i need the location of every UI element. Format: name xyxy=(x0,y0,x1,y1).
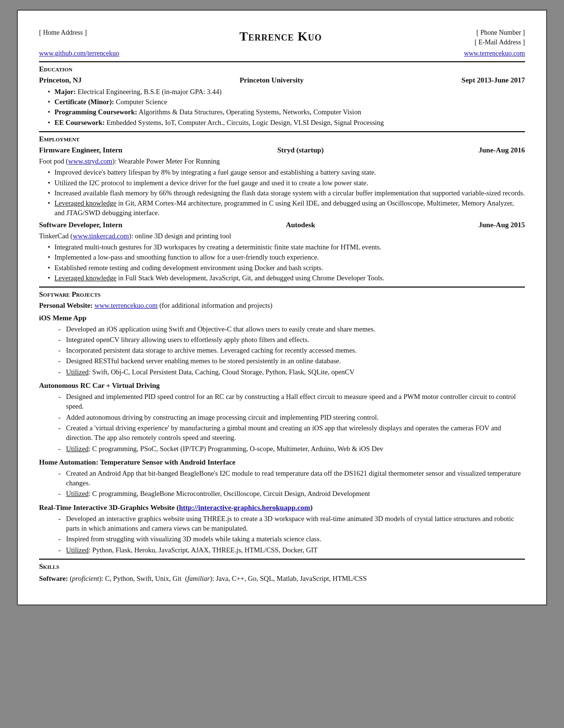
ios-bullet-2: Integrated openCV library allowing users… xyxy=(58,335,525,344)
website-link[interactable]: www.terrencekuo.com xyxy=(464,49,525,58)
project-3d-title: Real-Time Interactive 3D-Graphics Websit… xyxy=(39,503,525,513)
job-1: Firmware Engineer, Intern Stryd (startup… xyxy=(39,145,525,218)
header-center: Terrence Kuo xyxy=(87,28,474,45)
job-2-bullets: Integrated multi-touch gestures for 3D w… xyxy=(39,242,525,283)
project-rc-car: Autonomous RC Car + Virtual Driving Desi… xyxy=(39,381,525,453)
job-2-bullet-4: Leveraged knowledge in Full Stack Web de… xyxy=(48,273,525,283)
rc-bullet-3: Created a 'virtual driving experience' b… xyxy=(58,423,525,443)
3d-bullet-3: Utilized: Python, Flask, Heroku, JavaScr… xyxy=(58,545,525,555)
ios-bullet-1: Developed an iOS application using Swift… xyxy=(58,324,525,334)
skills-software: Software: (proficient): C, Python, Swift… xyxy=(39,574,525,583)
edu-bullet-3: Programming Coursework: Algorithms & Dat… xyxy=(48,107,525,117)
job-1-title: Firmware Engineer, Intern xyxy=(39,145,122,155)
edu-bullet-4: EE Coursework: Embedded Systems, IoT, Co… xyxy=(48,118,525,127)
projects-divider xyxy=(39,287,525,288)
skills-label: Skills xyxy=(39,562,525,572)
job-1-header: Firmware Engineer, Intern Stryd (startup… xyxy=(39,145,525,155)
edu-location: Princeton, NJ xyxy=(39,75,81,85)
projects-label: Software Projects xyxy=(39,289,525,300)
header-phone: [ Phone Number ] xyxy=(474,28,525,38)
header-address: [ Home Address ] xyxy=(39,28,87,38)
skills-divider xyxy=(39,559,525,560)
education-header-row: Princeton, NJ Princeton University Sept … xyxy=(39,75,525,85)
projects-section: Software Projects Personal Website: www.… xyxy=(39,287,525,555)
education-section: Education Princeton, NJ Princeton Univer… xyxy=(39,61,525,127)
job-2-bullet-3: Established remote testing and coding de… xyxy=(48,263,525,273)
job-1-dates: June-Aug 2016 xyxy=(479,145,525,155)
job-2-dates: June-Aug 2015 xyxy=(479,220,525,230)
3d-bullet-1: Developed an interactive graphics websit… xyxy=(58,514,525,534)
edu-bullet-2: Certificate (Minor): Computer Science xyxy=(48,97,525,107)
home-bullet-1: Created an Android App that bit-banged B… xyxy=(58,468,525,488)
resume-name: Terrence Kuo xyxy=(87,28,474,45)
job-2: Software Developer, Intern Autodesk June… xyxy=(39,220,525,283)
rc-bullet-2: Added autonomous driving by constructing… xyxy=(58,412,525,422)
header-contact: [ Phone Number ] [ E-Mail Address ] xyxy=(474,28,525,47)
project-ios-title: iOS Meme App xyxy=(39,313,525,323)
employment-divider xyxy=(39,131,525,132)
job-1-bullet-3: Increased available flash memory by 66% … xyxy=(48,188,525,198)
project-3d-bullets: Developed an interactive graphics websit… xyxy=(39,514,525,555)
project-ios-bullets: Developed an iOS application using Swift… xyxy=(39,324,525,377)
header-top: [ Home Address ] Terrence Kuo [ Phone Nu… xyxy=(39,28,525,47)
skills-section: Skills Software: (proficient): C, Python… xyxy=(39,559,525,583)
education-bullets: Major: Electrical Engineering, B.S.E (in… xyxy=(39,87,525,127)
header-links: www.github.com/terrencekuo www.terrencek… xyxy=(39,49,525,58)
rc-bullet-1: Designed and implemented PID speed contr… xyxy=(58,392,525,412)
job-1-bullet-4: Leveraged knowledge in Git, ARM Cortex-M… xyxy=(48,198,525,218)
project-3d-graphics: Real-Time Interactive 3D-Graphics Websit… xyxy=(39,503,525,555)
interactive-graphics-link[interactable]: http://interactive-graphics.herokuapp.co… xyxy=(179,504,310,511)
employment-section: Employment Firmware Engineer, Intern Str… xyxy=(39,131,525,283)
job-2-subtitle: TinkerCad (www.tinkercad.com): online 3D… xyxy=(39,231,525,241)
ios-bullet-4: Designed RESTful backend server enabling… xyxy=(58,356,525,366)
education-divider xyxy=(39,61,525,62)
job-1-bullets: Improved device's battery lifespan by 8%… xyxy=(39,167,525,218)
job-1-company: Stryd (startup) xyxy=(277,145,323,155)
job-2-company: Autodesk xyxy=(286,220,315,230)
ios-bullet-5: Utilized: Swift, Obj-C, Local Persistent… xyxy=(58,367,525,377)
job-2-bullet-1: Integrated multi-touch gestures for 3D w… xyxy=(48,242,525,252)
personal-website-line: Personal Website: www.terrencekuo.com (f… xyxy=(39,301,525,310)
employment-label: Employment xyxy=(39,134,525,144)
job-1-subtitle: Foot pod (www.stryd.com): Wearable Power… xyxy=(39,156,525,166)
home-bullet-2: Utilized: C programming, BeagleBone Micr… xyxy=(58,489,525,498)
job-2-bullet-2: Implemented a low-pass and smoothing fun… xyxy=(48,252,525,262)
3d-bullet-2: Inspired from struggling with visualizin… xyxy=(58,534,525,544)
project-rc-title: Autonomous RC Car + Virtual Driving xyxy=(39,381,525,391)
job-1-bullet-1: Improved device's battery lifespan by 8%… xyxy=(48,167,525,177)
personal-website-link[interactable]: www.terrencekuo.com xyxy=(94,302,158,309)
project-ios: iOS Meme App Developed an iOS applicatio… xyxy=(39,313,525,377)
stryd-link[interactable]: www.stryd.com xyxy=(68,157,112,165)
edu-dates: Sept 2013-June 2017 xyxy=(461,75,525,85)
resume-container: [ Home Address ] Terrence Kuo [ Phone Nu… xyxy=(17,10,547,605)
project-rc-bullets: Designed and implemented PID speed contr… xyxy=(39,392,525,453)
edu-university: Princeton University xyxy=(240,75,304,85)
job-2-title: Software Developer, Intern xyxy=(39,220,122,230)
header-email: [ E-Mail Address ] xyxy=(474,38,525,47)
tinkercad-link[interactable]: www.tinkercad.com xyxy=(73,232,129,240)
ios-bullet-3: Incorporated persistent data storage to … xyxy=(58,345,525,355)
rc-bullet-4: Utilized: C programming, PSoC, Socket (I… xyxy=(58,444,525,453)
edu-bullet-1: Major: Electrical Engineering, B.S.E (in… xyxy=(48,87,525,96)
project-home-automation: Home Automation: Temperature Sensor with… xyxy=(39,457,525,499)
education-label: Education xyxy=(39,64,525,74)
project-home-title: Home Automation: Temperature Sensor with… xyxy=(39,457,525,467)
job-2-header: Software Developer, Intern Autodesk June… xyxy=(39,220,525,230)
project-home-bullets: Created an Android App that bit-banged B… xyxy=(39,468,525,499)
job-1-bullet-2: Utilized the I2C protocol to implement a… xyxy=(48,178,525,188)
github-link[interactable]: www.github.com/terrencekuo xyxy=(39,49,119,58)
